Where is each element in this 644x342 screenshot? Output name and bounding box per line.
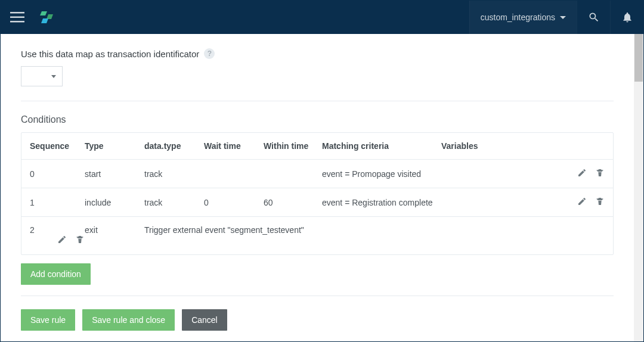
conditions-title: Conditions: [21, 114, 614, 125]
account-name: custom_integrations: [481, 13, 555, 22]
cell-wait: 0: [204, 198, 264, 207]
help-icon[interactable]: ?: [204, 48, 215, 59]
hamburger-icon: [10, 12, 24, 23]
scrollbar-track[interactable]: [634, 34, 643, 341]
cell-sequence: 2: [30, 225, 85, 235]
col-sequence: Sequence: [30, 141, 85, 151]
col-matching: Matching criteria: [322, 141, 441, 151]
scrollbar-thumb[interactable]: [634, 34, 643, 82]
app-logo: [40, 10, 53, 24]
cell-matching: event = Promopage visited: [322, 169, 441, 179]
table-row: 1includetrack060event = Registration com…: [21, 188, 613, 216]
col-variables: Variables: [441, 141, 543, 151]
col-datatype: data.type: [144, 141, 204, 151]
delete-icon[interactable]: [595, 197, 605, 208]
cell-datatype: track: [144, 169, 204, 179]
cancel-button[interactable]: Cancel: [182, 309, 227, 331]
edit-icon[interactable]: [57, 235, 67, 246]
save-rule-button[interactable]: Save rule: [21, 309, 75, 331]
bell-icon: [621, 11, 633, 23]
col-wait: Wait time: [204, 141, 264, 151]
hamburger-menu[interactable]: [1, 1, 34, 34]
delete-icon[interactable]: [595, 168, 605, 179]
account-selector[interactable]: custom_integrations: [469, 1, 577, 34]
table-row: 2exitTrigger external event "segment_tes…: [21, 216, 613, 254]
content-area: Use this data map as transaction identif…: [1, 34, 634, 341]
conditions-table: Sequence Type data.type Wait time Within…: [21, 132, 614, 255]
footer-buttons: Save rule Save rule and close Cancel: [21, 309, 614, 331]
table-row: 0starttrackevent = Promopage visited: [21, 160, 613, 188]
col-type: Type: [85, 141, 144, 151]
search-icon: [588, 11, 600, 23]
divider: [21, 101, 614, 101]
save-rule-close-button[interactable]: Save rule and close: [82, 309, 175, 331]
top-bar: custom_integrations: [1, 1, 643, 34]
cell-type: exit: [85, 225, 144, 235]
cell-type: start: [85, 169, 144, 179]
cell-sequence: 0: [30, 169, 85, 179]
cell-type: include: [85, 198, 144, 207]
cell-within: 60: [264, 198, 322, 207]
transaction-identificator-label: Use this data map as transaction identif…: [21, 48, 614, 59]
caret-down-icon: [560, 16, 566, 19]
transaction-label-text: Use this data map as transaction identif…: [21, 49, 199, 59]
svg-rect-1: [10, 17, 24, 18]
divider: [21, 296, 614, 296]
add-condition-button[interactable]: Add condition: [21, 263, 91, 285]
chevron-down-icon: [51, 75, 56, 78]
cell-datatype: track: [144, 198, 204, 207]
form-card: Use this data map as transaction identif…: [10, 34, 624, 341]
svg-rect-0: [10, 12, 24, 14]
transaction-identificator-select[interactable]: [21, 66, 63, 86]
cell-sequence: 1: [30, 198, 85, 207]
table-header: Sequence Type data.type Wait time Within…: [21, 133, 613, 160]
logo-icon: [40, 10, 53, 24]
col-within: Within time: [264, 141, 322, 151]
search-button[interactable]: [577, 1, 610, 34]
cell-matching: event = Registration complete: [322, 198, 441, 207]
edit-icon[interactable]: [577, 197, 587, 208]
svg-rect-2: [10, 21, 24, 23]
edit-icon[interactable]: [577, 168, 587, 179]
delete-icon[interactable]: [75, 235, 85, 246]
notifications-button[interactable]: [610, 1, 643, 34]
cell-full: Trigger external event "segment_testeven…: [144, 225, 605, 235]
